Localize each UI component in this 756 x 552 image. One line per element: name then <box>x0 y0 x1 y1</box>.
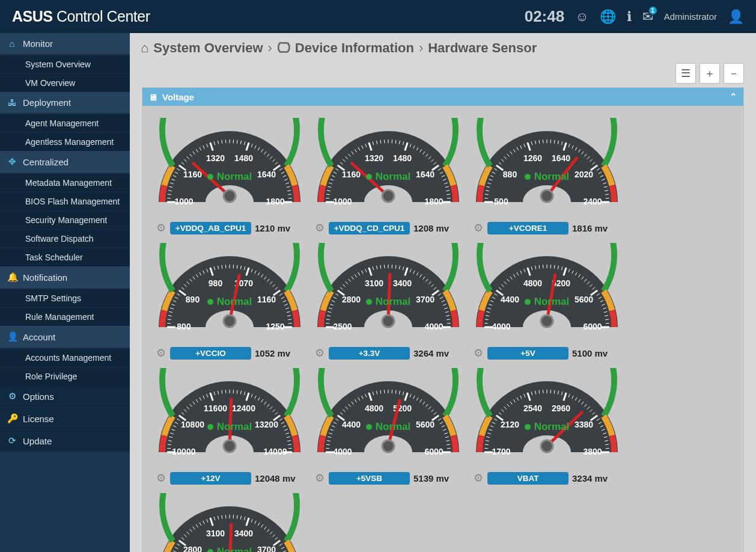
sidebar-item-centralized[interactable]: ✥Centralized <box>0 151 130 173</box>
gauge-footer: ⚙+VDDQ_AB_CPU11210 mv <box>154 221 305 235</box>
gauge-footer: ⚙+VDDQ_CD_CPU11208 mv <box>313 221 463 235</box>
globe-icon[interactable]: 🌐 <box>600 9 616 25</box>
sidebar-item-update[interactable]: ⟳Update <box>0 430 130 452</box>
panel-header[interactable]: 🖥 Voltage ⌃ <box>142 88 743 106</box>
panel-title: Voltage <box>162 92 194 102</box>
gauge-status: Normal <box>154 421 305 433</box>
svg-point-389 <box>541 315 553 327</box>
list-view-button[interactable]: ☰ <box>675 63 696 84</box>
sidebar-sub-security[interactable]: Security Management <box>0 210 130 229</box>
gauge-status: Normal <box>313 296 463 308</box>
gauge-visual: 100011601320148016401800 Normal <box>313 118 463 219</box>
sidebar-sub-task[interactable]: Task Scheduler <box>0 248 130 266</box>
sidebar-sub-software[interactable]: Software Dispatch <box>0 229 130 248</box>
sidebar-item-options[interactable]: ⚙Options <box>0 385 130 408</box>
gauge-status: Normal <box>313 171 463 183</box>
main-content: ⌂ System Overview › 🖵 Device Information… <box>130 33 756 552</box>
sidebar-sub-vm-overview[interactable]: VM Overview <box>0 73 130 92</box>
sensor-icon: 🖥 <box>148 92 157 102</box>
sidebar-item-notification[interactable]: 🔔Notification <box>0 266 130 289</box>
breadcrumb-l0[interactable]: System Overview <box>153 40 263 56</box>
gauge-card: 100011601320148016401800 Normal⚙+VDDQ_AB… <box>154 118 305 235</box>
key-icon: 🔑 <box>7 413 17 424</box>
gauge-footer: ⚙+VCCIO1052 mv <box>154 346 305 360</box>
svg-text:1640: 1640 <box>552 153 570 163</box>
sidebar-sub-smtp[interactable]: SMTP Settings <box>0 289 130 307</box>
svg-text:3400: 3400 <box>234 529 253 538</box>
home-breadcrumb-icon[interactable]: ⌂ <box>141 40 148 56</box>
gauge-settings-icon[interactable]: ⚙ <box>313 471 326 485</box>
svg-point-324 <box>382 315 394 327</box>
smile-icon[interactable]: ☺ <box>575 9 588 25</box>
svg-text:2540: 2540 <box>523 403 542 413</box>
chevron-up-icon[interactable]: ⌃ <box>730 91 737 102</box>
svg-text:1800: 1800 <box>424 197 443 206</box>
svg-text:1250: 1250 <box>266 322 284 331</box>
sidebar-sub-role[interactable]: Role Privilege <box>0 367 130 385</box>
gauge-settings-icon[interactable]: ⚙ <box>472 471 485 485</box>
svg-text:4000: 4000 <box>333 447 352 456</box>
gauge-settings-icon[interactable]: ⚙ <box>472 346 485 360</box>
gauge-status: Normal <box>154 171 305 183</box>
svg-text:6000: 6000 <box>424 447 443 456</box>
sidebar-item-license[interactable]: 🔑License <box>0 408 130 430</box>
gauge-card: 100001080011600124001320014000 Normal⚙+1… <box>154 368 305 485</box>
gauge-value: 3264 mv <box>413 348 449 358</box>
gauge-settings-icon[interactable]: ⚙ <box>154 471 168 485</box>
expand-all-button[interactable]: ＋ <box>700 63 720 84</box>
gauge-settings-icon[interactable]: ⚙ <box>154 346 168 360</box>
collapse-all-button[interactable]: － <box>724 63 744 84</box>
svg-text:500: 500 <box>494 197 508 206</box>
svg-text:1260: 1260 <box>523 153 542 163</box>
svg-text:1320: 1320 <box>206 153 225 163</box>
gauge-name: +5VSB <box>329 472 410 485</box>
gauge-card: 400044004800520056006000 Normal⚙+5V5100 … <box>472 243 622 360</box>
sidebar-sub-agentless-mgmt[interactable]: Agentless Management <box>0 132 130 151</box>
sidebar-item-deployment[interactable]: 🖧Deployment <box>0 92 130 114</box>
gauge-name: +VCORE1 <box>487 222 569 235</box>
gauge-visual: 250028003100340037004000 Normal <box>313 243 463 344</box>
svg-text:980: 980 <box>209 278 223 288</box>
svg-text:4800: 4800 <box>365 403 383 413</box>
gauge-value: 5100 mv <box>572 348 608 358</box>
svg-text:6000: 6000 <box>583 322 602 331</box>
sidebar-item-monitor[interactable]: ⌂Monitor <box>0 33 130 55</box>
user-icon[interactable]: 👤 <box>728 9 744 25</box>
gauge-card: 800890980107011601250 Normal⚙+VCCIO1052 … <box>154 243 305 360</box>
svg-text:1700: 1700 <box>492 447 510 456</box>
breadcrumb-l2: Hardware Sensor <box>428 40 537 56</box>
svg-text:1000: 1000 <box>174 197 193 206</box>
gauge-status: Normal <box>472 296 622 308</box>
sidebar-sub-system-overview[interactable]: System Overview <box>0 55 130 73</box>
svg-point-129 <box>382 190 394 202</box>
gauge-status: Normal <box>472 171 622 183</box>
gauge-settings-icon[interactable]: ⚙ <box>313 221 326 235</box>
svg-text:12400: 12400 <box>232 403 255 413</box>
sidebar-sub-metadata[interactable]: Metadata Management <box>0 173 130 192</box>
gauge-card: 5008801260164020202400 Normal⚙+VCORE1181… <box>472 118 622 235</box>
gauge-value: 12048 mv <box>255 473 296 483</box>
gauge-settings-icon[interactable]: ⚙ <box>472 221 485 235</box>
sidebar-sub-rule[interactable]: Rule Management <box>0 307 130 326</box>
svg-text:2960: 2960 <box>552 403 570 413</box>
breadcrumb-l1[interactable]: Device Information <box>295 40 414 56</box>
info-icon[interactable]: ℹ <box>627 9 632 25</box>
account-icon: 👤 <box>7 331 17 342</box>
svg-text:4800: 4800 <box>523 278 542 288</box>
svg-point-519 <box>382 440 394 452</box>
svg-point-64 <box>224 190 236 202</box>
gauge-status: Normal <box>313 421 463 433</box>
gauge-card: 250028003100340037004000 Normal⚙+3.3V326… <box>313 243 463 360</box>
sidebar-sub-bios[interactable]: BIOS Flash Management <box>0 192 130 210</box>
mail-icon[interactable]: ✉ 1 <box>642 9 653 25</box>
gauge-visual: 100011601320148016401800 Normal <box>154 118 305 219</box>
sidebar-sub-agent-mgmt[interactable]: Agent Management <box>0 114 130 132</box>
svg-text:10000: 10000 <box>172 447 196 456</box>
gauge-status: Normal <box>154 546 305 552</box>
user-name[interactable]: Administrator <box>664 11 717 22</box>
gauge-settings-icon[interactable]: ⚙ <box>154 221 168 235</box>
gauge-settings-icon[interactable]: ⚙ <box>313 346 326 360</box>
centralized-icon: ✥ <box>7 156 17 167</box>
sidebar-sub-accounts[interactable]: Accounts Management <box>0 348 130 367</box>
sidebar-item-account[interactable]: 👤Account <box>0 326 130 348</box>
